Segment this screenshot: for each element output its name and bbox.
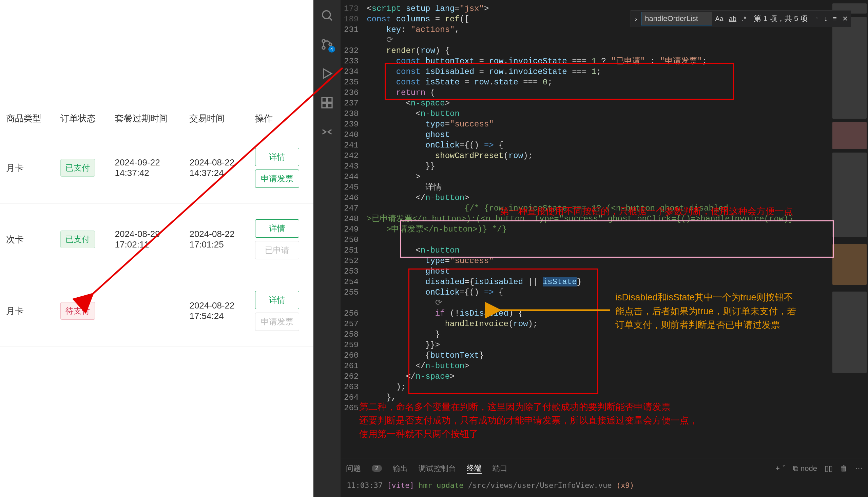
find-widget: › Aa ab .* 第 1 项，共 5 项 ↑ ↓ ≡ ✕ [631, 10, 851, 27]
panel-tab-problems[interactable]: 问题 [346, 464, 361, 473]
cell-actions: 详情申请发票 [249, 132, 313, 204]
find-next-icon[interactable]: ↓ [821, 15, 830, 23]
th-trade: 交易时间 [183, 105, 249, 132]
cell-actions: 详情已申请 [249, 204, 313, 275]
find-regex-icon[interactable]: .* [739, 15, 749, 23]
cell-trade: 2024-08-2217:01:25 [183, 204, 249, 275]
table-row: 次卡已支付2024-08-2917:02:112024-08-2217:01:2… [0, 204, 313, 275]
find-status: 第 1 项，共 5 项 [749, 14, 812, 24]
terminal-trash-icon[interactable]: 🗑 [840, 464, 848, 473]
cell-trade: 2024-08-2217:54:24 [183, 275, 249, 347]
cell-product: 月卡 [0, 132, 54, 204]
action-button[interactable]: 详情 [255, 291, 299, 309]
panel-tab-ports[interactable]: 端口 [492, 464, 507, 473]
cell-product: 次卡 [0, 204, 54, 275]
find-word-icon[interactable]: ab [726, 15, 739, 23]
status-badge: 已支付 [60, 230, 95, 248]
scm-badge: 4 [328, 46, 335, 53]
panel-tab-terminal[interactable]: 终端 [467, 463, 482, 473]
action-button[interactable]: 详情 [255, 148, 299, 166]
table-row: 月卡已支付2024-09-2214:37:422024-08-2214:37:2… [0, 132, 313, 204]
panel-tab-debug[interactable]: 调试控制台 [419, 464, 456, 473]
extensions-icon[interactable] [320, 96, 334, 110]
minimap[interactable] [831, 0, 868, 458]
panel-more-icon[interactable]: ⋯ [855, 464, 863, 473]
find-toggle-replace-icon[interactable]: › [631, 15, 641, 23]
terminal-new-icon[interactable]: + ˅ [775, 464, 786, 473]
svg-point-0 [323, 11, 331, 19]
cell-trade: 2024-08-2214:37:24 [183, 132, 249, 204]
th-product: 商品类型 [0, 105, 54, 132]
find-selection-icon[interactable]: ≡ [830, 15, 840, 23]
activity-bar: 4 [313, 0, 340, 497]
order-table-panel: 商品类型 订单状态 套餐过期时间 交易时间 操作 月卡已支付2024-09-22… [0, 0, 313, 497]
code-area[interactable]: <script setup lang="jsx">const columns =… [367, 0, 831, 458]
find-close-icon[interactable]: ✕ [840, 15, 851, 23]
terminal-split-icon[interactable]: ▯▯ [825, 464, 833, 473]
terminal-profile[interactable]: ⧉ node [793, 464, 817, 473]
find-case-icon[interactable]: Aa [712, 15, 726, 23]
cell-product: 月卡 [0, 275, 54, 347]
status-badge: 已支付 [60, 159, 95, 176]
find-prev-icon[interactable]: ↑ [812, 15, 821, 23]
vscode-editor: 4 › Aa ab .* 第 1 项，共 5 项 ↑ ↓ ≡ ✕ 1731892… [313, 0, 868, 497]
svg-rect-9 [328, 103, 332, 108]
find-input[interactable] [641, 12, 712, 25]
search-icon[interactable] [320, 9, 334, 22]
cell-expire: 2024-09-2214:37:42 [109, 132, 183, 204]
terminal-output[interactable]: 11:03:37 [vite] hmr update /src/views/us… [340, 478, 868, 497]
table-row: 月卡待支付2024-08-2217:54:24详情申请发票 [0, 275, 313, 347]
svg-rect-8 [322, 103, 326, 108]
th-expire: 套餐过期时间 [109, 105, 183, 132]
order-table: 商品类型 订单状态 套餐过期时间 交易时间 操作 月卡已支付2024-09-22… [0, 105, 313, 347]
svg-rect-7 [328, 98, 332, 102]
svg-line-1 [330, 18, 332, 20]
action-button[interactable]: 已申请 [255, 241, 299, 259]
cell-actions: 详情申请发票 [249, 275, 313, 347]
svg-marker-5 [324, 69, 332, 78]
source-control-icon[interactable]: 4 [320, 38, 334, 51]
run-debug-icon[interactable] [320, 67, 334, 80]
remote-icon[interactable] [320, 125, 334, 139]
panel-tab-output[interactable]: 输出 [393, 464, 408, 473]
svg-point-3 [322, 46, 325, 49]
problem-count: 2 [372, 465, 382, 472]
th-actions: 操作 [249, 105, 313, 132]
th-status: 订单状态 [54, 105, 109, 132]
cell-expire: 2024-08-2917:02:11 [109, 204, 183, 275]
cell-expire [109, 275, 183, 347]
svg-point-2 [322, 40, 325, 42]
action-button[interactable]: 申请发票 [255, 170, 299, 188]
panel-tabs: 问题 2 输出 调试控制台 终端 端口 + ˅ ⧉ node ▯▯ 🗑 ⋯ [340, 458, 868, 478]
line-gutter: 1731892312322332342352362372382392402412… [340, 0, 367, 458]
svg-point-4 [329, 43, 332, 46]
status-badge: 待支付 [60, 302, 95, 320]
svg-rect-6 [322, 98, 326, 102]
action-button[interactable]: 申请发票 [255, 313, 299, 331]
action-button[interactable]: 详情 [255, 219, 299, 238]
